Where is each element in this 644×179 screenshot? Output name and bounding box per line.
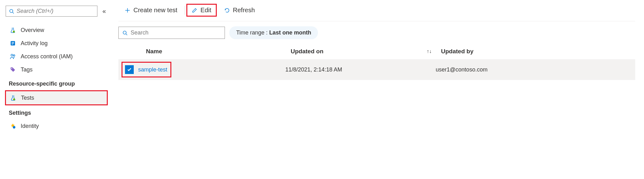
time-range-filter[interactable]: Time range : Last one month <box>229 26 318 39</box>
sidebar-group-settings: Settings <box>6 105 107 119</box>
refresh-icon <box>224 8 230 13</box>
row-checkbox[interactable] <box>125 65 134 74</box>
identity-icon <box>9 123 16 129</box>
sidebar-item-tests[interactable]: Tests <box>5 90 108 105</box>
activity-log-icon <box>9 40 16 47</box>
svg-point-9 <box>11 68 12 69</box>
main-content: Create new test Edit Refresh <box>110 0 644 179</box>
refresh-button[interactable]: Refresh <box>218 4 261 16</box>
table-row[interactable]: sample-test 11/8/2021, 2:14:18 AM user1@… <box>118 59 635 80</box>
sidebar-item-access-control[interactable]: Access control (IAM) <box>6 50 107 63</box>
time-range-label: Time range : <box>236 29 269 36</box>
column-updated-on[interactable]: Updated on ↑↓ <box>291 48 441 55</box>
sidebar-item-label: Tests <box>21 95 34 101</box>
pencil-icon <box>192 8 197 13</box>
refresh-button-label: Refresh <box>233 7 255 14</box>
cell-updated-by: user1@contoso.com <box>436 66 632 73</box>
flask-icon <box>9 27 16 34</box>
sidebar-search[interactable] <box>6 6 97 17</box>
search-icon <box>9 9 14 14</box>
tests-table: Name Updated on ↑↓ Updated by sample-tes… <box>118 44 635 80</box>
sidebar-item-label: Overview <box>21 27 44 34</box>
cell-updated-on: 11/8/2021, 2:14:18 AM <box>285 66 436 73</box>
plus-icon <box>125 8 130 13</box>
svg-rect-5 <box>12 43 14 44</box>
edit-button[interactable]: Edit <box>186 4 216 17</box>
sidebar-item-label: Activity log <box>21 40 48 47</box>
time-range-value: Last one month <box>269 29 311 36</box>
create-button-label: Create new test <box>133 7 177 14</box>
edit-button-label: Edit <box>200 7 211 14</box>
svg-rect-6 <box>12 44 13 45</box>
sidebar-item-activity-log[interactable]: Activity log <box>6 37 107 50</box>
sidebar-item-label: Access control (IAM) <box>21 53 73 60</box>
sidebar-group-resource-specific: Resource-specific group <box>6 76 107 90</box>
svg-rect-4 <box>12 42 14 43</box>
svg-point-11 <box>13 126 15 129</box>
sort-icon[interactable]: ↑↓ <box>427 49 432 54</box>
test-name-link[interactable]: sample-test <box>138 66 167 73</box>
toolbar: Create new test Edit Refresh <box>118 4 635 21</box>
column-name[interactable]: Name <box>140 48 291 55</box>
svg-point-8 <box>13 55 15 56</box>
svg-point-14 <box>123 31 126 34</box>
sidebar: « Overview Activity log Access control <box>0 0 110 179</box>
sidebar-item-tags[interactable]: Tags <box>6 63 107 76</box>
svg-point-7 <box>11 54 13 56</box>
sidebar-item-label: Identity <box>21 123 39 129</box>
search-icon <box>122 30 127 35</box>
flask-icon <box>10 94 17 101</box>
sidebar-item-label: Tags <box>21 66 33 73</box>
svg-line-15 <box>126 34 127 35</box>
filter-search[interactable] <box>118 27 225 39</box>
collapse-sidebar-icon[interactable]: « <box>101 6 107 16</box>
tag-icon <box>9 66 16 73</box>
filter-row: Time range : Last one month <box>118 26 635 39</box>
svg-line-1 <box>13 12 14 13</box>
svg-point-10 <box>13 98 15 100</box>
svg-point-2 <box>13 31 15 33</box>
people-icon <box>9 53 16 60</box>
filter-search-input[interactable] <box>131 29 221 36</box>
svg-point-0 <box>10 9 13 13</box>
sidebar-item-overview[interactable]: Overview <box>6 24 107 37</box>
table-header: Name Updated on ↑↓ Updated by <box>118 44 635 59</box>
sidebar-item-identity[interactable]: Identity <box>6 119 107 133</box>
toolbar-divider <box>185 6 185 15</box>
create-new-test-button[interactable]: Create new test <box>118 4 184 16</box>
sidebar-search-input[interactable] <box>17 8 94 14</box>
column-updated-by[interactable]: Updated by <box>441 48 632 55</box>
